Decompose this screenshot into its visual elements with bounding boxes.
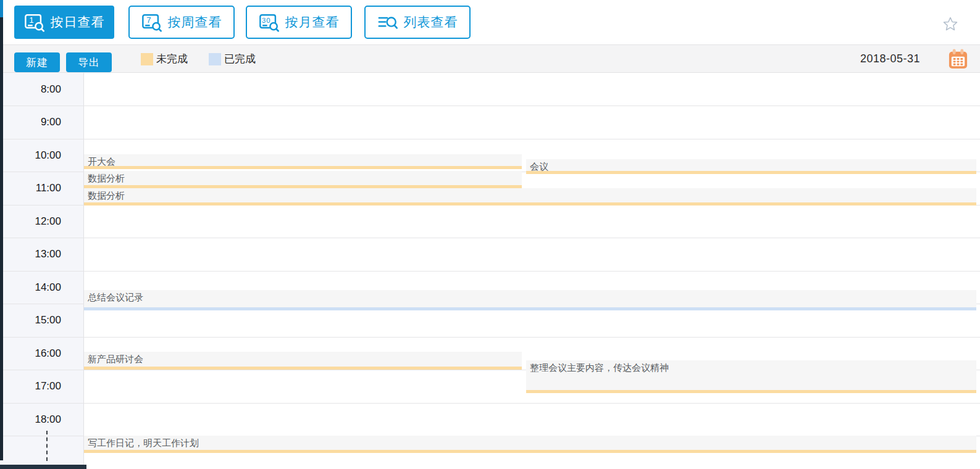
time-label: 9:00 [0, 116, 61, 128]
schedule-app: 1 按日查看 7 按周查看 30 [0, 0, 980, 469]
event-block[interactable]: 数据分析 [84, 188, 976, 205]
event-block[interactable]: 整理会议主要内容，传达会议精神 [526, 360, 976, 393]
time-label: 16:00 [0, 347, 61, 360]
view-month-button[interactable]: 30 按月查看 [246, 6, 352, 39]
time-label: 8:00 [0, 83, 61, 96]
legend-pending: 未完成 [141, 45, 188, 73]
window-edge-bottom [0, 465, 86, 469]
export-button[interactable]: 导出 [66, 52, 112, 72]
event-block[interactable]: 会议 [526, 159, 976, 174]
day-schedule-grid[interactable]: 8:009:0010:0011:0012:0013:0014:0015:0016… [0, 73, 980, 469]
gridline [0, 106, 980, 106]
drag-cursor-indicator [46, 431, 48, 461]
window-edge [0, 0, 3, 460]
time-label: 10:00 [0, 149, 61, 162]
legend-done: 已完成 [209, 45, 256, 73]
view-button-label: 按月查看 [285, 14, 340, 31]
legend-done-label: 已完成 [224, 52, 256, 66]
current-date: 2018-05-31 [860, 45, 920, 73]
star-outline-icon[interactable] [943, 17, 958, 31]
gridline [0, 403, 980, 404]
event-block[interactable]: 数据分析 [84, 171, 522, 188]
view-button-label: 按周查看 [168, 14, 222, 31]
time-label: 18:00 [0, 413, 61, 426]
new-button[interactable]: 新建 [14, 52, 60, 72]
view-button-label: 按日查看 [51, 14, 105, 31]
legend-pending-label: 未完成 [156, 52, 188, 66]
action-toolbar: 新建 导出 未完成 已完成 2018-05-31 [0, 45, 980, 73]
gridline [0, 271, 980, 272]
gridline [0, 238, 980, 238]
time-column [0, 73, 84, 465]
list-search-icon [377, 13, 398, 32]
gridline [0, 337, 980, 338]
calendar-day-search-icon: 1 [24, 13, 45, 32]
event-block[interactable]: 总结会议记录 [84, 290, 976, 310]
time-label: 14:00 [0, 281, 61, 294]
svg-text:30: 30 [262, 16, 271, 23]
calendar-month-search-icon: 30 [259, 13, 280, 32]
view-day-button[interactable]: 1 按日查看 [14, 6, 114, 39]
time-label: 17:00 [0, 380, 61, 392]
window-edge-accent [0, 0, 3, 17]
done-color-swatch [209, 53, 221, 65]
time-label: 11:00 [0, 182, 61, 194]
view-list-button[interactable]: 列表查看 [364, 6, 471, 39]
gridline [0, 139, 980, 139]
event-block[interactable]: 新产品研讨会 [84, 352, 522, 370]
time-label: 12:00 [0, 215, 61, 228]
view-week-button[interactable]: 7 按周查看 [128, 6, 235, 39]
calendar-week-search-icon: 7 [141, 13, 162, 32]
event-block[interactable]: 写工作日记，明天工作计划 [84, 436, 976, 453]
time-label: 13:00 [0, 248, 61, 260]
svg-text:1: 1 [29, 15, 34, 25]
view-button-label: 列表查看 [404, 14, 458, 31]
time-label: 15:00 [0, 314, 61, 326]
view-toolbar: 1 按日查看 7 按周查看 30 [0, 0, 980, 45]
svg-text:7: 7 [146, 15, 151, 25]
pending-color-swatch [141, 53, 153, 65]
date-picker-calendar-icon[interactable] [948, 48, 968, 70]
event-block[interactable]: 开大会 [84, 154, 522, 169]
